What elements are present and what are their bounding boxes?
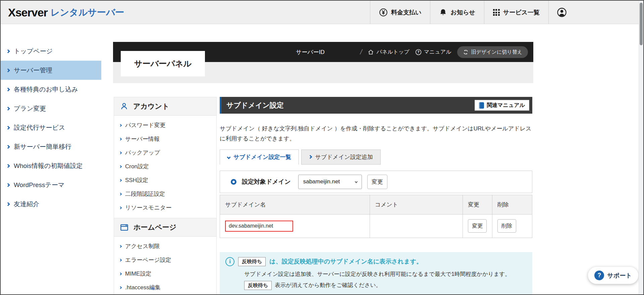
- account-menu-item[interactable]: [548, 1, 575, 24]
- target-domain-label: 設定対象ドメイン: [242, 178, 291, 186]
- change-domain-button[interactable]: 変更: [367, 175, 387, 189]
- related-manual-button[interactable]: 関連マニュアル: [475, 100, 529, 111]
- change-button[interactable]: 変更: [468, 219, 487, 233]
- payment-menu-item[interactable]: 料金支払い: [370, 1, 430, 24]
- services-label: サービス一覧: [503, 8, 540, 16]
- page-title: サブドメイン設定: [226, 101, 284, 110]
- chevron-right-icon: [6, 49, 10, 53]
- question-icon: ?: [594, 271, 604, 280]
- info-line-1: i 反映待ち は、設定反映処理中のサブドメイン名に表示されます。: [225, 257, 526, 266]
- logo-brand-text: Xserver: [8, 6, 48, 19]
- chevron-right-icon: [119, 206, 122, 209]
- chevron-down-icon: [355, 180, 357, 183]
- tab-label: サブドメイン設定追加: [315, 153, 373, 161]
- subdomain-cell: dev.sabameijin.net: [220, 214, 370, 238]
- support-button[interactable]: ? サポート: [588, 267, 638, 284]
- menu-item-label: SSH設定: [125, 176, 148, 184]
- chevron-right-icon: [6, 183, 10, 187]
- news-label: お知らせ: [450, 8, 475, 16]
- target-domain-box: 設定対象ドメイン sabameijin.net 変更: [220, 171, 532, 193]
- sidebar-item-top-page[interactable]: トップページ: [1, 42, 101, 61]
- news-menu-item[interactable]: お知らせ: [430, 1, 484, 24]
- menu-item-label: アクセス制限: [125, 242, 160, 250]
- sidebar-item-whois-defaults[interactable]: Whois情報の初期値設定: [1, 156, 101, 175]
- menu-item-label: Cron設定: [125, 163, 149, 170]
- menu-item-resource-monitor[interactable]: リソースモニター: [114, 201, 216, 215]
- chevron-right-icon: [119, 165, 122, 168]
- homepage-section-title: ホームページ: [133, 223, 176, 232]
- account-items: パスワード変更 サーバー情報 バックアップ Cron設定 SSH設定 二段階認証…: [114, 116, 216, 218]
- menu-item-label: エラーページ設定: [125, 256, 171, 264]
- tab-subdomain-list[interactable]: サブドメイン設定一覧: [220, 150, 299, 165]
- menu-item-server-info[interactable]: サーバー情報: [114, 132, 216, 146]
- menu-item-label: サーバー情報: [125, 135, 160, 143]
- chevron-right-icon: [119, 192, 122, 195]
- xserver-logo[interactable]: Xserver レンタルサーバー: [8, 1, 124, 24]
- menu-item-ssh[interactable]: SSH設定: [114, 173, 216, 187]
- vertical-scrollbar[interactable]: [639, 1, 643, 294]
- info-line-3: 反映待ち 表示が消えてから動作をご確認ください。: [244, 281, 526, 290]
- menu-item-label: リソースモニター: [125, 204, 171, 212]
- main-content: サブドメイン設定 関連マニュアル サブドメイン（ 好きな文字列.独自ドメイン ）…: [220, 97, 532, 295]
- menu-item-label: .htaccess編集: [125, 284, 161, 291]
- sidebar-item-label: 設定代行サービス: [14, 123, 65, 132]
- svg-text:?: ?: [417, 50, 419, 54]
- account-section-header: アカウント: [114, 97, 216, 116]
- tab-subdomain-add[interactable]: サブドメイン設定追加: [301, 150, 380, 165]
- sidebar-item-server-management[interactable]: サーバー管理: [1, 61, 101, 80]
- header-menu: 料金支払い お知らせ サービス一覧: [370, 1, 575, 24]
- manual-link[interactable]: ? マニュアル: [415, 49, 451, 56]
- subdomain-name-highlighted: dev.sabameijin.net: [225, 221, 293, 232]
- menu-item-mime[interactable]: MIME設定: [114, 267, 216, 281]
- menu-item-backup[interactable]: バックアップ: [114, 146, 216, 160]
- menu-item-password-change[interactable]: パスワード変更: [114, 118, 216, 132]
- chevron-right-icon: [119, 151, 122, 154]
- chevron-right-icon: [6, 126, 10, 129]
- menu-item-htaccess[interactable]: .htaccess編集: [114, 281, 216, 294]
- homepage-section: ホームページ アクセス制限 エラーページ設定 MIME設定 .htaccess編…: [114, 218, 217, 295]
- menu-item-access-restriction[interactable]: アクセス制限: [114, 239, 216, 253]
- switch-design-icon: [463, 49, 469, 55]
- switch-design-label: 旧デザインに切り替え: [471, 49, 522, 55]
- sidebar-item-label: 友達紹介: [14, 200, 39, 209]
- sidebar-item-setup-agency[interactable]: 設定代行サービス: [1, 118, 101, 137]
- panel-top-link[interactable]: パネルトップ: [368, 49, 409, 56]
- home-icon: [368, 49, 374, 55]
- info-line1-text: は、設定反映処理中のサブドメイン名に表示されます。: [269, 257, 422, 266]
- switch-old-design-button[interactable]: 旧デザインに切り替え: [457, 46, 528, 58]
- sidebar-item-label: サーバー管理: [14, 66, 52, 75]
- radio-icon: [231, 179, 236, 185]
- sidebar-item-plan-change[interactable]: プラン変更: [1, 99, 101, 118]
- sidebar-item-benefits[interactable]: 各種特典のお申し込み: [1, 80, 101, 99]
- sidebar-item-server-migration[interactable]: 新サーバー簡単移行: [1, 137, 101, 156]
- domain-select[interactable]: sabameijin.net: [298, 175, 362, 189]
- support-label: サポート: [607, 272, 632, 280]
- server-panel-logo[interactable]: サーバーパネル: [121, 51, 205, 76]
- homepage-items: アクセス制限 エラーページ設定 MIME設定 .htaccess編集 サイト転送…: [114, 237, 216, 295]
- homepage-section-header: ホームページ: [114, 218, 216, 237]
- sidebar-item-referral[interactable]: 友達紹介: [1, 194, 101, 214]
- top-header: Xserver レンタルサーバー 料金支払い お知らせ サービス一覧: [1, 1, 643, 24]
- question-circle-icon: ?: [415, 49, 422, 55]
- chevron-right-icon: [6, 68, 10, 72]
- services-menu-item[interactable]: サービス一覧: [484, 1, 548, 24]
- menu-item-cron[interactable]: Cron設定: [114, 160, 216, 173]
- col-header-delete: 削除: [492, 195, 532, 214]
- chevron-right-icon: [119, 286, 122, 289]
- change-cell: 変更: [463, 214, 492, 238]
- menu-item-error-page[interactable]: エラーページ設定: [114, 253, 216, 267]
- info-icon: i: [225, 257, 234, 266]
- chevron-right-icon: [6, 164, 10, 168]
- sidebar-item-wordpress-theme[interactable]: WordPressテーマ: [1, 175, 101, 194]
- book-icon: [479, 102, 484, 109]
- scrollbar-thumb[interactable]: [640, 3, 643, 45]
- tab-label: サブドメイン設定一覧: [233, 153, 291, 161]
- manual-label: マニュアル: [424, 49, 451, 56]
- menu-item-label: MIME設定: [125, 270, 151, 278]
- panel-menu: アカウント パスワード変更 サーバー情報 バックアップ Cron設定 SSH設定: [114, 97, 217, 295]
- pending-badge: 反映待ち: [238, 257, 266, 266]
- delete-button[interactable]: 削除: [497, 219, 516, 233]
- menu-item-two-factor[interactable]: 二段階認証設定: [114, 187, 216, 201]
- chevron-right-icon: [119, 137, 122, 140]
- server-id-label: サーバーID: [296, 42, 325, 62]
